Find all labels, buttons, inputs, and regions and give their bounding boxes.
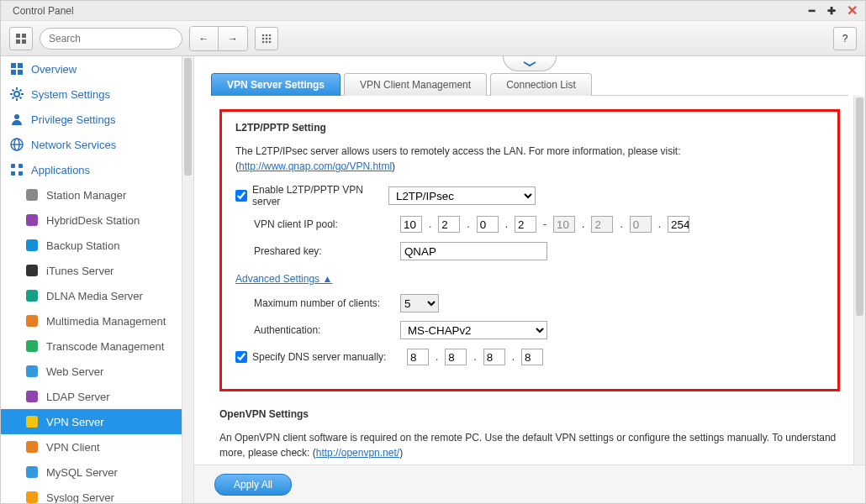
forward-button[interactable]: → <box>219 27 247 50</box>
app-icon <box>24 313 40 328</box>
content-area: VPN Server SettingsVPN Client Management… <box>194 56 865 503</box>
dns-2[interactable] <box>445 349 467 365</box>
sidebar-item-station-manager[interactable]: Station Manager <box>1 182 193 207</box>
ip-start-1[interactable] <box>400 216 422 233</box>
sidebar-item-network-services[interactable]: Network Services <box>1 132 193 157</box>
footer: Apply All <box>194 465 865 503</box>
app-icon <box>24 465 40 480</box>
sidebar-item-web-server[interactable]: Web Server <box>1 359 193 384</box>
window-title: Control Panel <box>8 5 805 17</box>
app-icon <box>24 213 40 228</box>
svg-rect-34 <box>26 340 38 352</box>
protocol-select[interactable]: L2TP/IPsec <box>388 186 536 205</box>
sidebar-item-label: LDAP Server <box>46 391 110 403</box>
sidebar-item-label: DLNA Media Server <box>46 290 143 302</box>
svg-point-8 <box>269 34 272 36</box>
sidebar-item-dlna-media-server[interactable]: DLNA Media Server <box>1 283 193 308</box>
apps-button[interactable] <box>255 27 278 50</box>
app-icon <box>24 187 40 202</box>
sidebar-item-vpn-client[interactable]: VPN Client <box>1 434 193 459</box>
network-icon <box>9 137 24 152</box>
sidebar-item-applications[interactable]: Applications <box>1 157 193 182</box>
help-button[interactable]: ? <box>833 27 857 50</box>
svg-rect-16 <box>18 63 23 68</box>
ip-pool-label: VPN client IP pool: <box>254 218 395 230</box>
enable-l2tp-checkbox[interactable] <box>235 190 247 202</box>
app-icon <box>24 263 40 278</box>
dns-4[interactable] <box>521 349 543 365</box>
ip-start-3[interactable] <box>477 216 499 233</box>
openvpn-info-link[interactable]: http://openvpn.net/ <box>316 447 399 459</box>
sidebar-item-label: Station Manager <box>46 189 126 202</box>
settings-icon <box>9 87 24 102</box>
sidebar-item-label: Syslog Server <box>46 491 114 504</box>
sidebar-item-label: iTunes Server <box>46 265 114 277</box>
panel-scroll-thumb[interactable] <box>856 97 863 316</box>
sidebar-item-label: MySQL Server <box>46 466 118 479</box>
svg-rect-18 <box>18 70 23 75</box>
max-clients-select[interactable]: 5 <box>400 294 439 312</box>
sidebar-item-transcode-management[interactable]: Transcode Management <box>1 333 193 359</box>
sidebar-item-vpn-server[interactable]: VPN Server <box>1 409 193 434</box>
sidebar-item-syslog-server[interactable]: Syslog Server <box>1 485 193 503</box>
dns-1[interactable] <box>407 349 429 365</box>
search-box[interactable] <box>40 28 182 50</box>
sidebar-item-multimedia-management[interactable]: Multimedia Management <box>1 308 193 333</box>
sidebar-item-label: VPN Client <box>46 441 100 454</box>
svg-rect-33 <box>26 315 38 327</box>
sidebar-item-ldap-server[interactable]: LDAP Server <box>1 384 193 409</box>
auth-select[interactable]: MS-CHAPv2 <box>400 321 547 339</box>
svg-rect-35 <box>26 365 38 377</box>
chevron-down-icon <box>522 60 537 67</box>
svg-rect-28 <box>26 189 38 201</box>
collapse-handle[interactable] <box>503 56 557 71</box>
sidebar-item-backup-station[interactable]: Backup Station <box>1 233 193 258</box>
sidebar-item-label: Transcode Management <box>46 340 164 353</box>
sidebar-scrollbar[interactable] <box>182 56 193 503</box>
ip-end-4[interactable] <box>668 216 689 233</box>
advanced-settings-link[interactable]: Advanced Settings ▲ <box>235 273 332 285</box>
tab-1[interactable]: VPN Client Management <box>344 73 487 96</box>
sidebar-item-itunes-server[interactable]: iTunes Server <box>1 258 193 283</box>
sidebar-item-label: Privilege Settings <box>31 113 115 126</box>
svg-point-19 <box>14 92 19 97</box>
svg-rect-29 <box>26 214 38 226</box>
panel-scrollbar[interactable] <box>853 96 865 465</box>
minimize-button[interactable]: ━ <box>805 4 818 18</box>
svg-rect-26 <box>11 171 15 176</box>
ip-start-2[interactable] <box>438 216 460 233</box>
psk-input[interactable] <box>400 242 547 260</box>
tab-0[interactable]: VPN Server Settings <box>211 73 341 96</box>
l2tp-info-link[interactable]: http://www.qnap.com/go/VPN.html <box>239 160 392 172</box>
openvpn-description: An OpenVPN client software is required o… <box>219 430 840 460</box>
ip-start-4[interactable] <box>515 216 536 233</box>
sidebar-item-system-settings[interactable]: System Settings <box>1 81 193 107</box>
back-button[interactable]: ← <box>190 27 219 50</box>
app-icon <box>24 364 40 379</box>
sidebar-item-overview[interactable]: Overview <box>1 56 193 81</box>
dns-3[interactable] <box>483 349 505 365</box>
l2tp-description: The L2TP/IPsec server allows users to re… <box>235 144 824 174</box>
close-button[interactable]: ✕ <box>845 4 858 18</box>
search-input[interactable] <box>49 33 175 45</box>
sidebar-item-hybriddesk-station[interactable]: HybridDesk Station <box>1 207 193 233</box>
svg-point-6 <box>262 34 265 36</box>
app-icon <box>24 238 40 253</box>
home-button[interactable] <box>9 27 33 50</box>
sidebar-scroll-thumb[interactable] <box>184 58 192 176</box>
sidebar-item-mysql-server[interactable]: MySQL Server <box>1 459 193 485</box>
apply-all-button[interactable]: Apply All <box>214 474 292 496</box>
control-panel-window: Control Panel ━ ✚ ✕ ← → ? OverviewSystem… <box>0 0 866 504</box>
psk-label: Preshared key: <box>254 245 395 257</box>
svg-point-14 <box>269 40 272 43</box>
tab-2[interactable]: Connection List <box>490 73 592 96</box>
svg-point-13 <box>266 40 268 43</box>
svg-rect-39 <box>26 466 38 478</box>
maximize-button[interactable]: ✚ <box>825 4 838 18</box>
settings-panel: L2TP/PPTP Setting The L2TP/IPsec server … <box>194 96 865 465</box>
svg-rect-37 <box>26 416 38 428</box>
svg-rect-40 <box>26 491 38 503</box>
sidebar-item-privilege-settings[interactable]: Privilege Settings <box>1 107 193 132</box>
app-icon <box>24 389 40 404</box>
dns-manual-checkbox[interactable] <box>235 351 247 363</box>
